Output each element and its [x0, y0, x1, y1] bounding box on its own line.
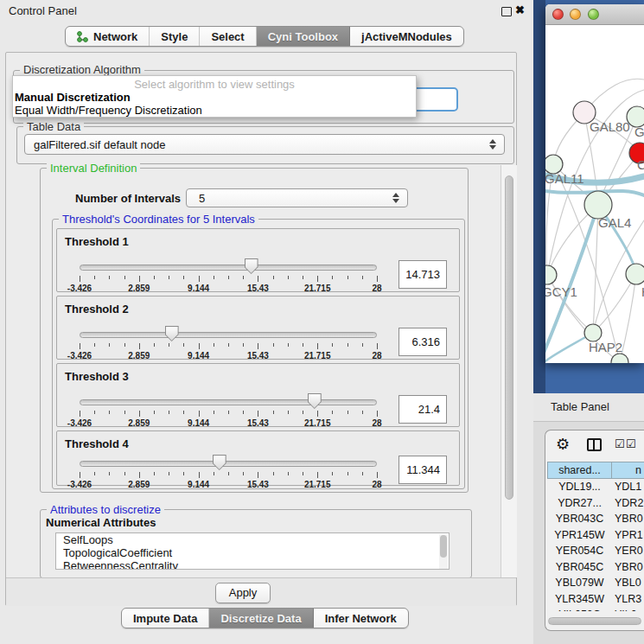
panel-title: Control Panel	[9, 4, 77, 17]
table-cell-name[interactable]: YIL0	[615, 607, 644, 611]
slider-thumb[interactable]	[245, 258, 258, 274]
float-window-icon[interactable]	[501, 7, 512, 16]
threshold-1-value-field[interactable]: 14.713	[399, 260, 447, 289]
attribute-list-item[interactable]: TopologicalCoefficient	[56, 546, 449, 559]
number-of-intervals-combobox[interactable]: 5	[186, 188, 408, 207]
table-cell-name[interactable]: YBR0	[615, 511, 644, 527]
network-node[interactable]	[626, 264, 644, 284]
tick-mark	[348, 411, 348, 414]
table-cell-name[interactable]: YDL1	[615, 479, 644, 495]
tick-mark	[183, 343, 184, 347]
network-node[interactable]	[584, 324, 602, 341]
threshold-4-value-field[interactable]: 11.344	[399, 456, 447, 484]
network-graph[interactable]: GAL80GACGAL11GAL4GCY1HHAP2	[545, 24, 644, 363]
tick-mark	[169, 411, 169, 414]
tick-mark	[332, 411, 333, 414]
numerical-attributes-list[interactable]: SelfLoopsTopologicalCoefficientBetweenne…	[55, 532, 450, 570]
threshold-3-slider[interactable]: -3.4262.8599.14415.4321.71528	[80, 392, 377, 427]
thresholds-group-label: Threshold's Coordinates for 5 Intervals	[59, 213, 258, 226]
attributes-group-label: Attributes to discretize	[47, 503, 164, 516]
close-traffic-light-icon[interactable]	[552, 9, 564, 20]
table-row[interactable]: YPR145WYPR1	[545, 527, 644, 544]
column-header-name[interactable]: n	[611, 462, 644, 479]
settings-scrollbar[interactable]	[501, 165, 517, 577]
table-row[interactable]: YIL052CYIL0	[545, 607, 644, 611]
table-row[interactable]: YDL19...YDL1	[545, 479, 644, 495]
slider-thumb[interactable]	[213, 455, 226, 470]
table-row[interactable]: YDR27...YDR2	[545, 495, 644, 512]
close-icon[interactable]: ✖	[515, 3, 525, 16]
column-layout-icon[interactable]	[587, 438, 602, 451]
table-cell-shared-name[interactable]: YBL079W	[547, 575, 612, 591]
slider-track[interactable]	[80, 399, 377, 405]
attributes-list-scrollbar-thumb[interactable]	[440, 535, 447, 558]
apply-button[interactable]: Apply	[215, 583, 271, 603]
attribute-list-item[interactable]: BetweennessCentrality	[56, 559, 449, 570]
select-column-checkbox-icon[interactable]: ☑	[615, 437, 625, 450]
tab-network-label: Network	[93, 30, 137, 43]
tab-jactivemnodules[interactable]: jActiveMNodules	[350, 27, 463, 46]
threshold-3-value-field[interactable]: 21.4	[399, 395, 447, 424]
tick-mark	[109, 411, 110, 414]
attribute-list-item[interactable]: SelfLoops	[56, 533, 449, 546]
table-cell-shared-name[interactable]: YIL052C	[547, 607, 612, 611]
tick-mark	[139, 472, 140, 478]
table-cell-shared-name[interactable]: YDL19...	[547, 479, 612, 495]
tab-style[interactable]: Style	[150, 27, 200, 46]
table-row[interactable]: YLR345WYLR3	[545, 591, 644, 608]
table-row[interactable]: YBL079WYBL0	[545, 575, 644, 591]
minimize-traffic-light-icon[interactable]	[570, 9, 581, 20]
table-row[interactable]: YBR043CYBR0	[545, 511, 644, 527]
table-cell-name[interactable]: YPR1	[615, 527, 644, 544]
select-all-checkbox-icon[interactable]: ☑	[626, 437, 636, 450]
table-cell-shared-name[interactable]: YBR043C	[547, 511, 612, 527]
tab-cyni-toolbox[interactable]: Cyni Toolbox	[257, 27, 350, 46]
table-cell-name[interactable]: YER0	[615, 543, 644, 559]
table-cell-shared-name[interactable]: YER054C	[547, 543, 612, 559]
table-cell-shared-name[interactable]: YLR345W	[547, 591, 612, 608]
table-cell-name[interactable]: YBR0	[615, 559, 644, 576]
table-row[interactable]: YBR045CYBR0	[545, 559, 644, 576]
table-cell-name[interactable]: YDR2	[615, 495, 644, 512]
tick-mark	[317, 343, 318, 349]
tick-mark	[317, 411, 318, 417]
network-node[interactable]	[545, 265, 557, 284]
network-view-window[interactable]: GAL80GACGAL11GAL4GCY1HHAP2	[545, 4, 644, 363]
threshold-1-slider[interactable]: -3.4262.8599.14415.4321.71528	[80, 258, 377, 292]
tab-select[interactable]: Select	[200, 27, 256, 46]
slider-thumb[interactable]	[308, 393, 322, 409]
algorithm-option-manual[interactable]: Manual Discretization	[13, 91, 416, 104]
threshold-4-slider[interactable]: -3.4262.8599.14415.4321.71528	[80, 454, 377, 488]
threshold-2-slider[interactable]: -3.4262.8599.14415.4321.71528	[80, 325, 377, 360]
threshold-2-value-field[interactable]: 6.316	[399, 328, 447, 356]
algorithm-option-equal-width[interactable]: Equal Width/Frequency Discretization	[13, 104, 416, 117]
slider-thumb[interactable]	[165, 326, 179, 341]
table-cell-name[interactable]: YBL0	[615, 575, 644, 591]
gear-icon[interactable]: ⚙	[556, 436, 570, 453]
settings-scrollbar-thumb[interactable]	[505, 175, 513, 500]
table-data-combobox[interactable]: galFiltered.sif default node	[24, 134, 505, 155]
tick-mark	[228, 343, 229, 347]
tab-infer-network[interactable]: Infer Network	[314, 609, 408, 628]
attributes-list-scrollbar[interactable]	[439, 534, 448, 569]
tab-network[interactable]: Network	[66, 27, 150, 46]
tick-mark	[362, 472, 363, 475]
tick-mark	[124, 343, 125, 347]
network-node[interactable]	[611, 354, 628, 363]
slider-track[interactable]	[80, 265, 377, 271]
table-horizontal-scrollbar[interactable]	[548, 617, 641, 625]
slider-track[interactable]	[80, 332, 377, 338]
table-row[interactable]: YER054CYER0	[545, 543, 644, 559]
slider-track[interactable]	[80, 461, 377, 467]
tab-discretize-data[interactable]: Discretize Data	[209, 609, 313, 628]
zoom-traffic-light-icon[interactable]	[588, 9, 599, 20]
network-window-titlebar[interactable]	[545, 4, 644, 25]
column-header-shared[interactable]: shared...	[547, 462, 612, 479]
tick-mark	[258, 276, 258, 282]
table-cell-shared-name[interactable]: YBR045C	[547, 559, 612, 576]
table-cell-shared-name[interactable]: YDR27...	[547, 495, 612, 512]
table-cell-shared-name[interactable]: YPR145W	[547, 527, 612, 544]
threshold-2-label: Threshold 2	[65, 303, 129, 316]
tab-impute-data[interactable]: Impute Data	[122, 609, 209, 628]
table-cell-name[interactable]: YLR3	[615, 591, 644, 608]
